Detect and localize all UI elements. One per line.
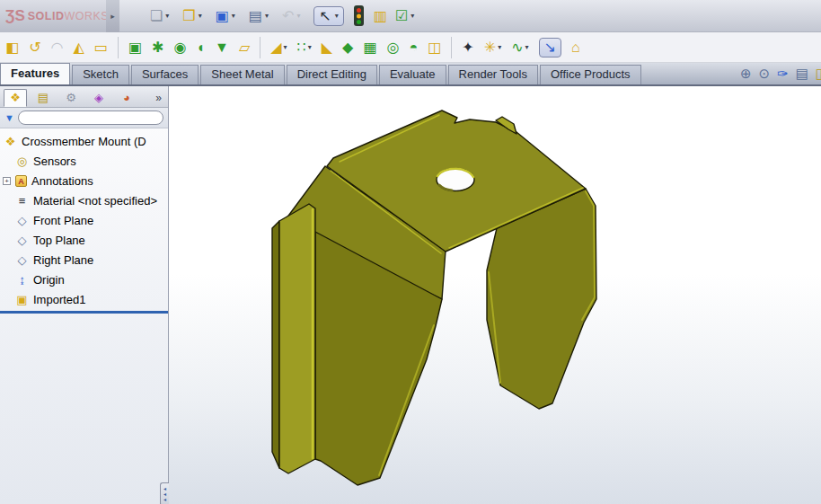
- tab-features[interactable]: Features: [0, 63, 70, 84]
- fillet-icon[interactable]: ◢: [270, 40, 281, 55]
- rib-icon[interactable]: ◣: [322, 40, 332, 55]
- configurationmanager-tab-icon[interactable]: ⚙: [59, 89, 83, 107]
- extruded-cut-icon[interactable]: ▣: [128, 40, 142, 55]
- select-arrow-icon[interactable]: ↖: [319, 9, 331, 23]
- dome-icon[interactable]: ◓: [410, 40, 419, 55]
- boundary-cut-icon[interactable]: ▱: [239, 40, 250, 55]
- print-dropdown-icon[interactable]: ▾: [265, 12, 269, 20]
- expand-plus-icon[interactable]: +: [3, 177, 11, 185]
- file-properties-icon[interactable]: ▥: [374, 9, 387, 23]
- model-crossmember-mount[interactable]: [169, 86, 821, 504]
- linear-pattern-icon[interactable]: ∷: [297, 40, 306, 55]
- tab-office-products[interactable]: Office Products: [540, 65, 641, 84]
- new-document-icon[interactable]: ❏: [150, 9, 163, 23]
- tree-item-part-root[interactable]: ❖ Crossmember Mount (D: [0, 131, 168, 151]
- logo-mark-icon: ƷS: [5, 7, 25, 25]
- mirror-icon[interactable]: ◫: [428, 40, 441, 55]
- pattern-group: ∷ ▾: [297, 40, 312, 55]
- tree-item-material[interactable]: ≡ Material <not specified>: [0, 190, 168, 210]
- pattern-dropdown-icon[interactable]: ▾: [308, 43, 312, 51]
- open-icon[interactable]: ❒: [182, 9, 195, 23]
- tab-surfaces[interactable]: Surfaces: [131, 65, 199, 84]
- new-document-dropdown-icon[interactable]: ▾: [165, 12, 169, 20]
- open-dropdown-icon[interactable]: ▾: [199, 12, 202, 20]
- tree-item-label: Front Plane: [33, 214, 93, 227]
- tree-item-front-plane[interactable]: ◇ Front Plane: [0, 210, 168, 230]
- tree-item-label: Imported1: [33, 293, 86, 306]
- print-icon[interactable]: ▤: [249, 9, 262, 23]
- tree-item-origin[interactable]: ↨ Origin: [0, 270, 168, 289]
- swept-cut-icon[interactable]: ◖: [196, 40, 205, 55]
- tree-item-top-plane[interactable]: ◇ Top Plane: [0, 230, 168, 250]
- plane-icon: ◇: [15, 234, 29, 247]
- zoom-timed-icon[interactable]: ⊙: [758, 66, 770, 82]
- draft-icon[interactable]: ◆: [342, 40, 353, 55]
- boundary-boss-icon[interactable]: ▭: [94, 40, 108, 55]
- curves-icon[interactable]: ✳: [484, 40, 496, 55]
- curves-dropdown-icon[interactable]: ▾: [498, 43, 501, 51]
- scene-box-icon[interactable]: ◫: [816, 66, 821, 82]
- tab-evaluate[interactable]: Evaluate: [379, 65, 446, 84]
- model-face-flange[interactable]: [279, 204, 315, 473]
- tab-sheet-metal[interactable]: Sheet Metal: [200, 65, 284, 84]
- instant3d-icon[interactable]: ↘: [544, 40, 556, 55]
- wrap-icon[interactable]: ◎: [387, 40, 400, 55]
- save-icon[interactable]: ▣: [216, 9, 229, 23]
- tree-item-right-plane[interactable]: ◇ Right Plane: [0, 250, 168, 270]
- fillet-dropdown-icon[interactable]: ▾: [284, 43, 287, 51]
- menu-expand-arrow-icon[interactable]: ▸: [106, 0, 119, 32]
- panel-overflow-chevron-icon[interactable]: »: [155, 92, 164, 104]
- dimxpertmanager-tab-icon[interactable]: ◈: [87, 89, 110, 107]
- lofted-boss-icon[interactable]: ◭: [74, 40, 84, 55]
- tab-direct-editing[interactable]: Direct Editing: [287, 65, 377, 84]
- standard-toolbar: ❏ ▾ ❒ ▾ ▣ ▾ ▤ ▾ ↶ ▾ ↖ ▾: [119, 5, 419, 26]
- tree-item-label: Right Plane: [33, 253, 93, 267]
- undo-group: ↶ ▾: [282, 9, 300, 23]
- featuremanager-tree-tab-icon[interactable]: ❖: [4, 89, 27, 107]
- tab-render-tools[interactable]: Render Tools: [448, 65, 538, 84]
- brand-text-light: WORKS: [64, 10, 109, 22]
- sensors-folder-icon: ◎: [15, 155, 29, 168]
- instant3d-button[interactable]: ↘: [539, 38, 561, 57]
- tree-item-label: Crossmember Mount (D: [22, 135, 146, 148]
- tab-sketch[interactable]: Sketch: [72, 65, 129, 84]
- propertymanager-tab-icon[interactable]: ▤: [31, 89, 55, 107]
- lofted-cut-icon[interactable]: ▼: [215, 40, 229, 55]
- revolved-boss-icon[interactable]: ↺: [29, 40, 40, 55]
- splitter-arrow-icon: ◂: [163, 487, 166, 491]
- graphics-area[interactable]: [169, 86, 821, 504]
- panel-splitter-handle[interactable]: ◂ ◂ ◂: [160, 482, 169, 504]
- rebuild-traffic-light-icon[interactable]: [354, 5, 364, 26]
- print-group: ▤ ▾: [249, 9, 269, 23]
- shell-icon[interactable]: ▦: [363, 40, 376, 55]
- toolbar-separator: [118, 37, 119, 58]
- extruded-boss-icon[interactable]: ◧: [5, 40, 19, 55]
- hole-wizard-icon[interactable]: ✱: [152, 40, 163, 55]
- helix-spiral-icon[interactable]: ∿: [511, 40, 523, 55]
- filter-input[interactable]: [18, 111, 163, 125]
- pen-markup-icon[interactable]: ✑: [777, 66, 789, 82]
- reference-geometry-icon[interactable]: ✦: [462, 40, 473, 55]
- options-dropdown-icon[interactable]: ▾: [410, 12, 414, 20]
- tree-filter-bar: ▼: [0, 108, 168, 128]
- select-tool-button[interactable]: ↖ ▾: [313, 6, 343, 26]
- tree-item-annotations[interactable]: + A Annotations: [0, 171, 168, 190]
- zoom-to-area-icon[interactable]: ⊕: [740, 66, 752, 82]
- undo-icon: ↶: [282, 9, 294, 23]
- tree-item-sensors[interactable]: ◎ Sensors: [0, 151, 168, 171]
- tree-item-imported1[interactable]: ▣ Imported1: [0, 289, 168, 309]
- appearances-book-icon[interactable]: ▤: [796, 66, 808, 82]
- sheet-metal-bends-icon[interactable]: ⌂: [571, 40, 580, 55]
- plane-icon: ◇: [15, 214, 29, 227]
- options-icon[interactable]: ☑: [395, 9, 408, 23]
- select-dropdown-icon[interactable]: ▾: [335, 12, 339, 20]
- revolved-cut-icon[interactable]: ◉: [173, 40, 186, 55]
- commandmanager-tab-bar: Features Sketch Surfaces Sheet Metal Dir…: [0, 63, 821, 86]
- model-face-flange-edge[interactable]: [272, 221, 279, 468]
- rollback-bar[interactable]: [0, 311, 168, 314]
- save-dropdown-icon[interactable]: ▾: [232, 12, 235, 20]
- filter-funnel-icon: ▼: [4, 112, 14, 123]
- helix-dropdown-icon[interactable]: ▾: [525, 43, 529, 51]
- displaymanager-tab-icon[interactable]: ◕: [115, 89, 138, 107]
- manager-tab-strip: ❖ ▤ ⚙ ◈ ◕ »: [0, 86, 168, 108]
